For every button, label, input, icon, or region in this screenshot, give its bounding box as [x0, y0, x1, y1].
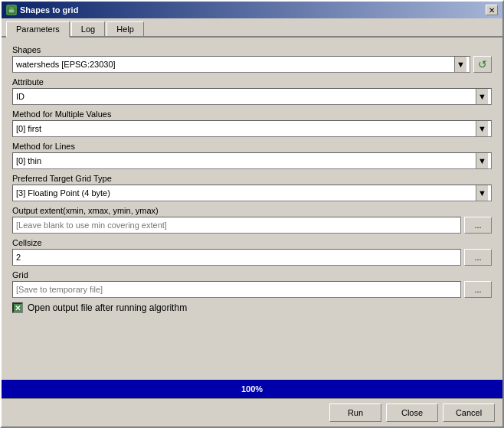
attribute-value: ID — [16, 92, 25, 101]
cellsize-section: Cellsize ... — [12, 238, 492, 266]
target-grid-label: Preferred Target Grid Type — [12, 174, 492, 183]
progress-bar: 100% — [2, 380, 502, 398]
output-extent-row: ... — [12, 217, 492, 234]
tab-parameters[interactable]: Parameters — [6, 21, 70, 38]
attribute-row: ID ▼ — [12, 88, 492, 105]
cellsize-label: Cellsize — [12, 238, 492, 247]
shapes-row: watersheds [EPSG:23030] ▼ ↺ — [12, 56, 492, 73]
target-grid-dropdown[interactable]: [3] Floating Point (4 byte) ▼ — [12, 185, 492, 201]
target-grid-arrow: ▼ — [476, 185, 488, 201]
attribute-section: Attribute ID ▼ — [12, 77, 492, 105]
shapes-label: Shapes — [12, 45, 492, 54]
open-output-checkbox[interactable]: ✕ — [12, 302, 23, 313]
bottom-bar: Run Close Cancel — [2, 398, 502, 426]
method-multiple-value: [0] first — [16, 124, 41, 133]
close-button[interactable]: Close — [386, 403, 438, 422]
method-lines-section: Method for Lines [0] thin ▼ — [12, 142, 492, 169]
target-grid-section: Preferred Target Grid Type [3] Floating … — [12, 174, 492, 201]
attribute-label: Attribute — [12, 77, 492, 87]
grid-label: Grid — [12, 270, 492, 279]
shapes-value: watersheds [EPSG:23030] — [16, 60, 116, 69]
close-window-button[interactable]: ✕ — [486, 5, 498, 15]
method-multiple-dropdown[interactable]: [0] first ▼ — [12, 120, 492, 137]
target-grid-value: [3] Floating Point (4 byte) — [16, 188, 110, 198]
tab-bar: Parameters Log Help — [2, 18, 502, 38]
method-multiple-row: [0] first ▼ — [12, 120, 492, 137]
method-lines-value: [0] thin — [16, 156, 41, 165]
svg-marker-1 — [8, 6, 15, 9]
tab-log[interactable]: Log — [71, 21, 105, 36]
refresh-icon: ↺ — [478, 58, 487, 70]
tab-help[interactable]: Help — [106, 21, 144, 36]
window-icon — [6, 5, 17, 15]
grid-row: ... — [12, 281, 492, 298]
title-bar: Shapes to grid ✕ — [2, 2, 502, 18]
method-lines-arrow: ▼ — [476, 153, 488, 168]
cellsize-browse-button[interactable]: ... — [464, 249, 492, 266]
parameters-content: Shapes watersheds [EPSG:23030] ▼ ↺ Attri… — [2, 38, 502, 380]
method-multiple-section: Method for Multiple Values [0] first ▼ — [12, 109, 492, 137]
grid-section: Grid ... — [12, 270, 492, 298]
window-title: Shapes to grid — [20, 5, 78, 15]
output-extent-label: Output extent(xmin, xmax, ymin, ymax) — [12, 206, 492, 215]
target-grid-row: [3] Floating Point (4 byte) ▼ — [12, 185, 492, 201]
checkbox-check: ✕ — [15, 304, 21, 312]
shapes-dropdown-arrow: ▼ — [454, 57, 466, 72]
cancel-button[interactable]: Cancel — [443, 403, 495, 422]
method-lines-row: [0] thin ▼ — [12, 152, 492, 169]
shapes-dropdown[interactable]: watersheds [EPSG:23030] ▼ — [12, 56, 470, 73]
cellsize-row: ... — [12, 249, 492, 266]
run-button[interactable]: Run — [329, 403, 381, 422]
shapes-refresh-button[interactable]: ↺ — [473, 56, 492, 73]
method-lines-dropdown[interactable]: [0] thin ▼ — [12, 152, 492, 169]
output-extent-input[interactable] — [12, 217, 461, 234]
grid-browse-button[interactable]: ... — [464, 281, 492, 298]
title-bar-left: Shapes to grid — [6, 5, 78, 15]
dialog-window: Shapes to grid ✕ Parameters Log Help Sha… — [0, 0, 504, 428]
output-extent-section: Output extent(xmin, xmax, ymin, ymax) ..… — [12, 206, 492, 234]
attribute-dropdown[interactable]: ID ▼ — [12, 88, 492, 105]
attribute-dropdown-arrow: ▼ — [476, 89, 488, 104]
progress-text: 100% — [241, 384, 263, 394]
method-multiple-arrow: ▼ — [476, 121, 488, 136]
grid-input[interactable] — [12, 281, 461, 298]
output-extent-browse-button[interactable]: ... — [464, 217, 492, 234]
method-lines-label: Method for Lines — [12, 142, 492, 151]
shapes-section: Shapes watersheds [EPSG:23030] ▼ ↺ — [12, 45, 492, 73]
method-multiple-label: Method for Multiple Values — [12, 109, 492, 119]
cellsize-input[interactable] — [12, 249, 461, 266]
checkbox-row: ✕ Open output file after running algorit… — [12, 302, 492, 313]
checkbox-label: Open output file after running algorithm — [28, 302, 187, 313]
